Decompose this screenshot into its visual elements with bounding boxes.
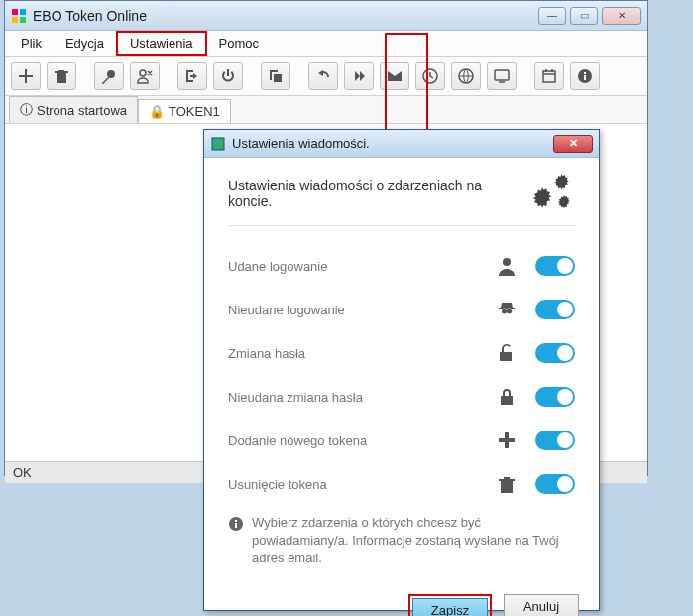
titlebar[interactable]: EBO Token Online — ▭ ✕	[5, 1, 647, 31]
toggle-success-login[interactable]	[535, 256, 575, 276]
maximize-button[interactable]: ▭	[570, 7, 598, 25]
tb-power-button[interactable]	[213, 62, 243, 90]
dialog-note: Wybierz zdarzenia o których chcesz być p…	[228, 514, 575, 568]
spy-icon	[492, 300, 521, 319]
row-password-change-fail: Nieudana zmiana hasła	[228, 375, 575, 419]
settings-dialog: Ustawienia wiadomości. ✕ Ustawienia wiad…	[203, 129, 600, 611]
lock-icon: 🔒	[149, 104, 165, 119]
dialog-icon	[210, 136, 226, 152]
dialog-close-button[interactable]: ✕	[553, 135, 593, 153]
info-icon	[228, 516, 244, 532]
toggle-failed-login[interactable]	[535, 300, 575, 319]
tb-info-button[interactable]	[570, 62, 600, 90]
tb-delete-button[interactable]	[47, 62, 76, 90]
svg-rect-8	[12, 17, 18, 23]
row-label: Nieudana zmiana hasła	[228, 390, 492, 405]
tb-copy-button[interactable]	[261, 62, 290, 90]
tb-user-remove-button[interactable]	[130, 62, 160, 90]
tb-globe-button[interactable]	[451, 62, 481, 90]
tab-home[interactable]: ⓘStrona startowa	[9, 96, 138, 123]
row-label: Udane logowanie	[228, 259, 492, 274]
row-label: Nieudane logowanie	[228, 303, 492, 317]
trash-icon	[492, 474, 521, 494]
row-label: Zmiana hasła	[228, 346, 492, 361]
close-button[interactable]: ✕	[602, 7, 641, 25]
user-icon	[492, 256, 521, 276]
row-token-add: Dodanie nowego tokena	[228, 419, 575, 462]
tb-exit-button[interactable]	[177, 62, 207, 90]
svg-rect-10	[212, 138, 224, 150]
home-icon: ⓘ	[20, 101, 33, 119]
dialog-titlebar[interactable]: Ustawienia wiadomości. ✕	[204, 130, 599, 158]
menu-settings[interactable]: Ustawienia	[116, 31, 207, 56]
gears-icon	[527, 174, 575, 213]
svg-rect-7	[20, 9, 26, 15]
tb-add-button[interactable]	[11, 62, 41, 90]
window-title: EBO Token Online	[33, 8, 538, 24]
tb-monitor-button[interactable]	[487, 62, 517, 90]
menu-file[interactable]: Plik	[9, 31, 54, 56]
highlight-save: Zapisz	[408, 594, 492, 616]
tb-clock-button[interactable]	[415, 62, 445, 90]
toggle-password-change[interactable]	[535, 343, 575, 363]
tb-mail-button[interactable]	[380, 62, 409, 90]
plus-icon	[492, 431, 521, 450]
row-success-login: Udane logowanie	[228, 244, 575, 288]
tab-home-label: Strona startowa	[37, 103, 127, 118]
svg-rect-6	[12, 9, 18, 15]
row-failed-login: Nieudane logowanie	[228, 288, 575, 331]
menubar: Plik Edycja Ustawienia Pomoc	[5, 31, 647, 57]
toggle-password-change-fail[interactable]	[535, 387, 575, 407]
row-label: Dodanie nowego tokena	[228, 433, 492, 448]
toggle-token-add[interactable]	[535, 431, 575, 450]
lock-icon	[492, 387, 521, 407]
menu-help[interactable]: Pomoc	[207, 31, 271, 56]
tab-token-label: TOKEN1	[169, 104, 220, 119]
minimize-button[interactable]: —	[538, 7, 566, 25]
row-label: Usunięcie tokena	[228, 477, 492, 492]
menu-edit[interactable]: Edycja	[54, 31, 116, 56]
tb-calendar-button[interactable]	[534, 62, 564, 90]
svg-rect-9	[20, 17, 26, 23]
tb-more-button[interactable]	[344, 62, 374, 90]
cancel-button[interactable]: Anuluj	[504, 594, 579, 616]
dialog-title: Ustawienia wiadomości.	[232, 136, 553, 151]
app-icon	[11, 8, 27, 24]
unlock-icon	[492, 343, 521, 363]
dialog-heading: Ustawienia wiadomości o zdarzeniach na k…	[228, 178, 527, 209]
tb-undo-button[interactable]	[308, 62, 338, 90]
save-button[interactable]: Zapisz	[412, 598, 488, 616]
row-token-remove: Usunięcie tokena	[228, 462, 575, 506]
tb-key-button[interactable]	[94, 62, 124, 90]
toolbar	[5, 57, 647, 96]
tabbar: ⓘStrona startowa 🔒TOKEN1	[5, 96, 647, 124]
toggle-token-remove[interactable]	[535, 474, 575, 494]
note-text: Wybierz zdarzenia o których chcesz być p…	[252, 514, 575, 568]
tab-token[interactable]: 🔒TOKEN1	[138, 99, 231, 123]
status-text: OK	[13, 465, 32, 480]
row-password-change: Zmiana hasła	[228, 331, 575, 375]
